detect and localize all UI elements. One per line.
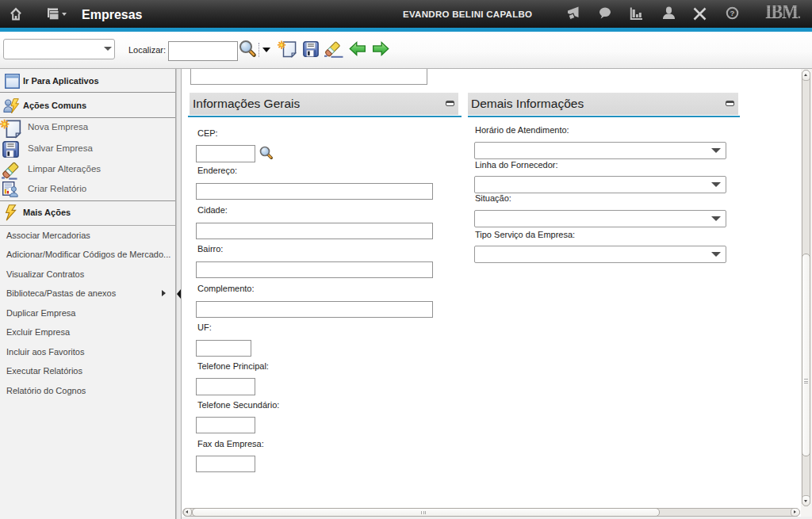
svg-text:IBM: IBM (765, 2, 799, 22)
svg-text:?: ? (730, 9, 735, 17)
